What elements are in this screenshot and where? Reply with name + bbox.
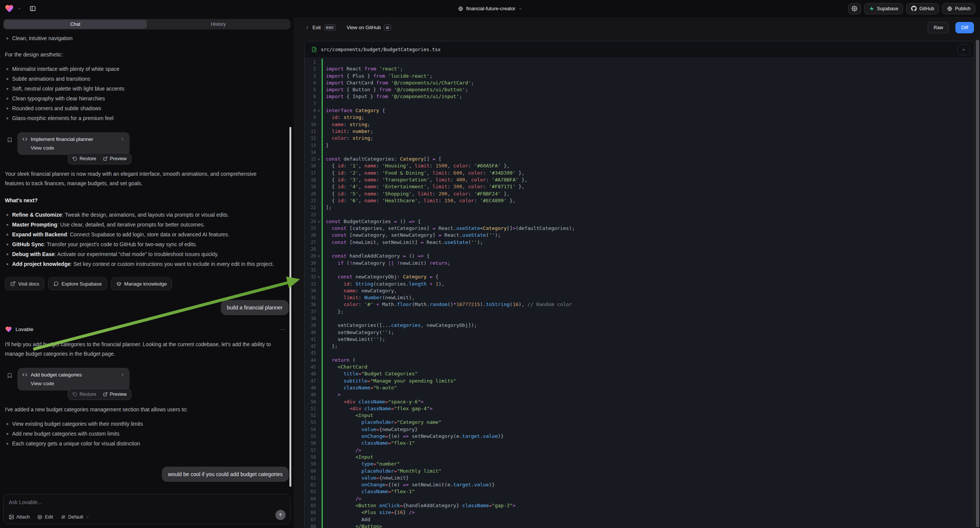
version-card-body[interactable]: Add budget categoriesView code <box>18 368 130 391</box>
github-icon <box>911 6 917 11</box>
toggle-sidebar-button[interactable] <box>27 3 38 14</box>
message-circle-icon <box>53 281 59 286</box>
code-line: 37 }; <box>305 308 974 315</box>
mode-select[interactable]: Default <box>60 514 89 520</box>
code-line: 15∨const defaultCategories: Category[] =… <box>305 156 974 162</box>
top-bar: financial-future-creator Supabase GitHub… <box>0 0 980 17</box>
code-line: 32∨ const newCategoryObj: Category = { <box>305 274 974 280</box>
external-link-icon <box>103 392 108 396</box>
code-line: 57 /> <box>305 447 974 454</box>
restore-button[interactable]: Restore <box>73 156 96 161</box>
topbar-actions: Supabase GitHub Publish <box>848 3 975 14</box>
attach-label: Attach <box>16 514 30 520</box>
assistant-name: Lovable <box>16 326 33 332</box>
code-line: 45 <ChartCard <box>305 364 974 371</box>
fold-chevron-icon[interactable]: ∨ <box>316 156 321 162</box>
list-item: Master Prompting: Use clear, detailed, a… <box>5 220 275 229</box>
bookmark-icon[interactable] <box>7 373 13 379</box>
exit-label: Exit <box>312 25 321 30</box>
code-line: 61 value={newLimit} <box>305 475 974 482</box>
chip-label: Explore Supabase <box>61 281 102 287</box>
code-line: 41 setNewLimit(''); <box>305 336 974 343</box>
logo-menu-chevron-icon[interactable] <box>18 6 22 11</box>
chip-visit-docs[interactable]: Visit docs <box>5 277 45 290</box>
user-message-row: build a financial planner <box>5 300 289 315</box>
code-line: 66 <Plus size={16} /> <box>305 509 974 516</box>
code-line: 49 > <box>305 391 974 398</box>
github-button[interactable]: GitHub <box>906 3 939 14</box>
supabase-button[interactable]: Supabase <box>864 3 903 14</box>
lovable-heart-icon <box>5 326 12 333</box>
code-line: 55 onChange={(e) => setNewCategory(e.tar… <box>305 433 974 440</box>
list-item: Add project knowledge: Set key context o… <box>5 259 275 269</box>
code-card: src/components/budget/BudgetCategories.t… <box>304 41 974 528</box>
collapse-file-button[interactable] <box>957 44 970 55</box>
version-card-body[interactable]: Implement financial plannerView code <box>18 132 130 155</box>
chip-explore-supabase[interactable]: Explore Supabase <box>48 277 107 290</box>
preview-button[interactable]: Preview <box>103 392 127 397</box>
code-line: 25 const [categories, setCategories] = R… <box>305 225 974 232</box>
bookmark-icon[interactable] <box>7 137 13 143</box>
code-line: 14 <box>305 149 974 156</box>
lovable-logo-icon[interactable] <box>5 4 14 13</box>
chevron-left-icon <box>305 25 310 30</box>
view-code-link[interactable]: View code <box>31 381 125 386</box>
chip-label: Manage knowledge <box>124 281 167 287</box>
code-line: 24∨const BudgetCategories = () => { <box>305 218 974 225</box>
panel-icon <box>30 5 36 12</box>
code-line: 58 <Input <box>305 454 974 461</box>
user-message-bubble: would be cool if you could add budget ca… <box>162 467 289 482</box>
code-line: 35 limit: Number(newLimit), <box>305 294 974 301</box>
code-line: 36 color: '#' + Math.floor(Math.random()… <box>305 301 974 308</box>
attach-button[interactable]: Attach <box>9 514 30 520</box>
chat-scroll[interactable]: Clean, intuitive navigationFor the desig… <box>0 30 294 491</box>
list-item: GitHub Sync: Transfer your project's cod… <box>5 239 275 249</box>
prompt-toolbar: Attach Edit Default <box>9 514 285 520</box>
list-item: Rounded corners and subtle shadows <box>5 103 275 113</box>
project-chevron-down-icon <box>519 7 522 11</box>
version-actions: RestorePreview <box>68 389 132 400</box>
gear-icon <box>851 6 857 11</box>
list-item: Each category gets a unique color for vi… <box>5 439 275 448</box>
code-line: 47 subtitle="Manage your spending limits… <box>305 378 974 385</box>
tab-chat[interactable]: Chat <box>4 20 147 29</box>
diff-toggle-button[interactable]: Diff <box>955 22 974 33</box>
github-label: GitHub <box>920 6 934 11</box>
fold-chevron-icon[interactable]: ∨ <box>316 253 321 259</box>
fold-chevron-icon[interactable]: ∨ <box>316 274 321 280</box>
preview-button[interactable]: Preview <box>103 156 127 161</box>
version-card: Implement financial plannerView codeRest… <box>18 132 130 155</box>
list-item: Debug with Ease: Activate our experiment… <box>5 249 275 259</box>
code-line: 68 </Button> <box>305 523 974 528</box>
message-menu-icon[interactable] <box>280 326 286 332</box>
code-area[interactable]: 1 2import React from 'react';3import { P… <box>305 58 974 528</box>
graduation-cap-icon <box>116 281 122 286</box>
code-line: 9 id: string; <box>305 114 974 121</box>
exit-button[interactable]: Exit ESC <box>305 24 336 31</box>
view-code-link[interactable]: View code <box>31 145 125 151</box>
code-scrollbar[interactable] <box>976 40 979 527</box>
raw-toggle-button[interactable]: Raw <box>928 22 948 33</box>
rotate-ccw-icon <box>73 156 77 161</box>
assistant-paragraph: I'll help you add budget categories to t… <box>5 340 273 359</box>
chat-scrollbar[interactable] <box>290 127 291 487</box>
list-item: Subtle animations and transitions <box>5 74 275 84</box>
chip-manage-knowledge[interactable]: Manage knowledge <box>111 277 172 290</box>
arrow-up-icon <box>278 512 283 517</box>
fold-chevron-icon[interactable]: ∨ <box>316 218 321 225</box>
target-icon <box>37 514 43 520</box>
code-line: 53 placeholder="Category name" <box>305 419 974 426</box>
code-panel: Exit ESC View on GitHub G Raw Diff src/c… <box>294 17 980 528</box>
restore-button[interactable]: Restore <box>73 392 96 397</box>
edit-button[interactable]: Edit <box>37 514 53 520</box>
code-line: 31 <box>305 267 974 274</box>
publish-button[interactable]: Publish <box>942 3 975 14</box>
tab-history[interactable]: History <box>147 20 290 29</box>
settings-button[interactable] <box>848 3 861 14</box>
prompt-input[interactable]: Ask Lovable... Attach Edit Default <box>3 494 291 524</box>
code-line: 39 setCategories([...categories, newCate… <box>305 322 974 329</box>
view-on-github-button[interactable]: View on GitHub G <box>347 24 391 31</box>
send-button[interactable] <box>275 510 286 520</box>
project-switcher[interactable]: financial-future-creator <box>458 0 522 17</box>
fold-chevron-icon[interactable]: ∨ <box>316 107 321 114</box>
